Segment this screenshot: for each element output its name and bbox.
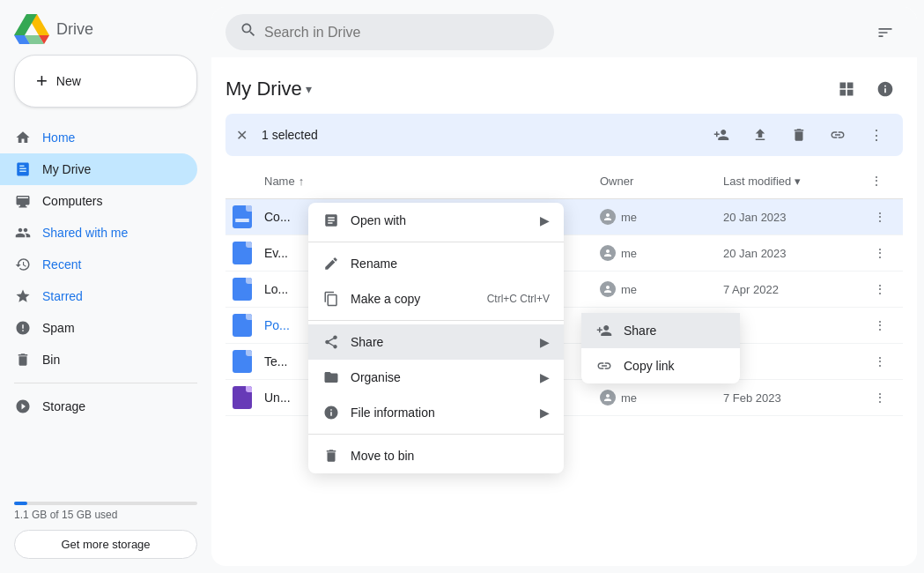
nav-shared-label: Shared with me [42, 226, 183, 240]
move-to-bin-menu-item[interactable]: Move to bin [308, 438, 564, 473]
owner-column-header: Owner [600, 175, 723, 188]
recent-icon [14, 256, 32, 273]
drive-header-actions [829, 71, 903, 107]
nav-computers[interactable]: Computers [0, 185, 197, 217]
make-copy-menu-item[interactable]: Make a copy Ctrl+C Ctrl+V [308, 281, 564, 316]
menu-divider [308, 242, 564, 242]
file-modified-cell: 7 Feb 2023 [723, 391, 864, 405]
share-submenu[interactable]: Share Copy link [581, 313, 740, 383]
share-menu-item[interactable]: Share ▶ [308, 324, 564, 360]
name-header-label: Name [264, 175, 295, 188]
owner-avatar [600, 245, 616, 261]
drive-title-dropdown-icon: ▾ [306, 82, 312, 96]
search-input[interactable] [264, 25, 540, 41]
drive-title[interactable]: My Drive ▾ [225, 78, 312, 100]
drive-title-text: My Drive [225, 78, 302, 100]
file-modified-cell: 20 Jan 2023 [723, 247, 864, 260]
file-info-menu-item[interactable]: File information ▶ [308, 395, 564, 430]
file-list-header: Name ↑ Owner Last modified ▾ ⋮ [225, 163, 903, 199]
file-modified-cell: 20 Jan 2023 [723, 211, 864, 224]
nav-home[interactable]: Home [0, 122, 197, 153]
file-more-button[interactable]: ⋮ [864, 349, 896, 374]
file-icon-cell [233, 314, 264, 337]
name-column-header[interactable]: Name ↑ [264, 175, 600, 188]
new-button-label: New [56, 74, 81, 88]
nav-my-drive[interactable]: My Drive [0, 153, 197, 185]
info-icon [322, 404, 340, 421]
owner-avatar [600, 281, 616, 297]
file-modified-cell: 7 Apr 2022 [723, 283, 864, 296]
home-icon [14, 129, 32, 146]
selection-toolbar: ✕ 1 selected ⋮ [225, 114, 903, 156]
drive-logo-icon [14, 14, 49, 44]
file-more-button[interactable]: ⋮ [864, 205, 896, 229]
share-person-icon [595, 322, 613, 339]
grid-view-button[interactable] [829, 71, 864, 107]
selected-count: 1 selected [262, 128, 699, 142]
column-options-button[interactable]: ⋮ [864, 168, 889, 193]
app-title: Drive [56, 20, 93, 39]
nav-recent[interactable]: Recent [0, 249, 197, 280]
delete-button[interactable] [783, 119, 815, 151]
rename-icon [322, 255, 340, 272]
file-more-button[interactable]: ⋮ [864, 241, 896, 265]
file-icon-cell [233, 242, 264, 264]
actions-col-header: ⋮ [864, 168, 896, 193]
new-button-container: + New [14, 55, 197, 108]
file-icon-cell [233, 205, 264, 228]
storage-text: 1.1 GB of 15 GB used [14, 509, 197, 521]
name-sort-icon: ↑ [299, 175, 305, 188]
make-copy-icon [322, 290, 340, 308]
nav-storage-label: Storage [42, 399, 183, 413]
spam-icon [14, 319, 32, 337]
modified-column-header[interactable]: Last modified ▾ [723, 175, 864, 188]
nav-spam-label: Spam [42, 321, 183, 335]
share-submenu-item[interactable]: Share [581, 313, 740, 348]
filter-icon-button[interactable] [868, 15, 903, 50]
plus-icon: + [36, 70, 48, 93]
file-info-arrow-icon: ▶ [540, 406, 550, 420]
logo-area: Drive [0, 7, 211, 48]
nav-starred-label: Starred [42, 289, 183, 303]
copy-link-icon [595, 357, 613, 375]
context-menu[interactable]: Open with ▶ Rename Make a copy Ctrl+C Ct… [308, 203, 564, 473]
open-with-icon [322, 212, 340, 229]
nav-shared[interactable]: Shared with me [0, 217, 197, 249]
upload-button[interactable] [744, 119, 776, 151]
deselect-button[interactable]: ✕ [236, 127, 248, 144]
storage-bar-background [14, 502, 197, 505]
nav-starred[interactable]: Starred [0, 280, 197, 312]
shared-icon [14, 224, 32, 242]
starred-icon [14, 287, 32, 305]
owner-avatar [600, 209, 616, 225]
more-options-button[interactable]: ⋮ [861, 119, 892, 151]
nav-storage[interactable]: Storage [0, 391, 197, 422]
nav-bin-label: Bin [42, 353, 183, 367]
rename-menu-item[interactable]: Rename [308, 246, 564, 281]
top-header [211, 7, 917, 57]
nav-recent-label: Recent [42, 257, 183, 272]
organise-menu-item[interactable]: Organise ▶ [308, 360, 564, 395]
docs-file-icon [233, 205, 252, 228]
file-more-button[interactable]: ⋮ [864, 313, 896, 338]
nav-bin[interactable]: Bin [0, 344, 197, 376]
file-more-button[interactable]: ⋮ [864, 277, 896, 301]
file-icon-cell [233, 278, 264, 301]
header-icons [868, 15, 903, 50]
share-arrow-icon: ▶ [540, 335, 550, 349]
sidebar-divider [14, 383, 197, 383]
add-person-button[interactable] [706, 119, 737, 151]
copy-link-submenu-item[interactable]: Copy link [581, 348, 740, 383]
modified-sort-icon: ▾ [795, 175, 801, 188]
open-with-menu-item[interactable]: Open with ▶ [308, 203, 564, 238]
file-more-button[interactable]: ⋮ [864, 385, 896, 410]
link-button[interactable] [822, 119, 854, 151]
bin-menu-icon [322, 447, 340, 465]
search-bar[interactable] [225, 14, 554, 50]
file-owner-cell: me [600, 390, 723, 406]
new-button[interactable]: + New [14, 55, 197, 108]
info-button[interactable] [868, 71, 903, 107]
nav-spam[interactable]: Spam [0, 312, 197, 344]
get-more-storage-button[interactable]: Get more storage [14, 530, 197, 559]
file-owner-cell: me [600, 245, 723, 261]
